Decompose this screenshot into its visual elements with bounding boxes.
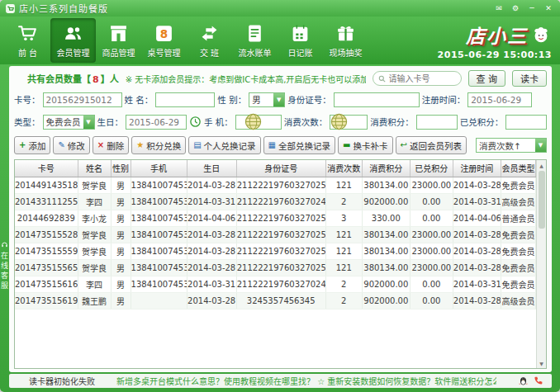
qq-service-icon[interactable]	[518, 375, 529, 386]
reg-time-input[interactable]	[467, 92, 532, 107]
table-cell: 902000.00	[362, 292, 410, 309]
back-to-list-button[interactable]: ↩返回会员列表	[396, 136, 467, 154]
scrollbar-thumb[interactable]	[539, 171, 545, 229]
col-phone[interactable]: 手机	[131, 160, 187, 177]
chevron-down-icon: ▼	[83, 116, 94, 129]
nav-product-management[interactable]: 商品管理	[96, 18, 141, 63]
nav-lottery[interactable]: 现场抽奖	[323, 18, 368, 63]
online-service-tag[interactable]: 在线客服	[0, 241, 9, 291]
points-exchange-button[interactable]: ★积分兑换	[131, 136, 186, 154]
table-cell: 2	[325, 292, 362, 309]
edit-button[interactable]: ✎修改	[53, 136, 89, 154]
table-row[interactable]: 201473515616李四男138410074532014-03-312112…	[15, 276, 536, 292]
name-input[interactable]	[155, 92, 215, 107]
table-cell: 121	[325, 226, 362, 243]
table-cell: 男	[111, 177, 131, 193]
gender-select[interactable]: 男 ▼	[249, 92, 285, 107]
member-type-select[interactable]: 免费会员 ▼	[43, 115, 95, 130]
table-cell: 李四	[78, 193, 111, 210]
scroll-up-icon[interactable]: ▲	[537, 160, 547, 170]
scroll-down-icon[interactable]: ▼	[537, 358, 547, 368]
nav-table-management[interactable]: 8 桌号管理	[141, 18, 187, 63]
table-row[interactable]: 20144692839李小龙男138410074532014-04-062112…	[15, 210, 536, 226]
table-cell: 23000.00	[410, 243, 453, 259]
id-card-input[interactable]	[334, 92, 420, 107]
table-cell: 2014-03-28	[187, 259, 236, 276]
settings-icon[interactable]: ⚙	[509, 2, 522, 14]
query-button[interactable]: 查 询	[468, 70, 506, 87]
table-cell: 贺学良	[78, 259, 111, 276]
col-birthday[interactable]: 生日	[187, 160, 236, 177]
replace-card-button[interactable]: ▬换卡补卡	[338, 136, 392, 154]
nav-daily-journal[interactable]: 日记账	[278, 18, 323, 63]
table-cell: 380134.00	[362, 243, 410, 259]
nav-front-desk[interactable]: 前 台	[5, 18, 50, 63]
member-table-container: 卡号 姓名 性别 手机 生日 身份证号 消费次数 消费积分 已兑积分 注册时间 …	[14, 159, 547, 369]
table-cell: 魏王鹏	[78, 292, 111, 309]
nav-shift-change[interactable]: 交 班	[187, 18, 232, 63]
table-cell: 2014-03-31	[187, 276, 236, 292]
table-cell: 高级会员	[501, 193, 535, 210]
table-cell: 201473515565	[15, 259, 78, 276]
personal-records-icon: ▤	[193, 141, 201, 149]
clock-icon[interactable]	[189, 116, 202, 128]
birthday-input[interactable]	[126, 115, 187, 130]
table-cell: 13841007453	[131, 210, 187, 226]
points-input[interactable]	[416, 115, 458, 130]
col-name[interactable]: 姓名	[78, 160, 111, 177]
gender-value: 男	[249, 93, 273, 106]
minimize-button[interactable]: ─	[525, 2, 539, 14]
nav-label: 商品管理	[102, 46, 135, 59]
col-reg-time[interactable]: 注册时间	[453, 160, 501, 177]
card-no-input[interactable]	[43, 92, 122, 107]
delete-button[interactable]: ×删除	[93, 136, 129, 154]
sort-value: 消费次数↑	[477, 139, 535, 152]
table-cell: 201473515528	[15, 226, 78, 243]
add-button[interactable]: +添加	[14, 136, 50, 154]
table-row[interactable]: 201473515559贺学良男138410074532014-03-28211…	[15, 243, 536, 259]
search-input[interactable]	[389, 74, 453, 83]
table-row[interactable]: 201473515528贺学良男138410074532014-03-28211…	[15, 226, 536, 243]
table-cell: 男	[111, 243, 131, 259]
col-consume-count[interactable]: 消费次数	[325, 160, 362, 177]
close-button[interactable]: ✕	[542, 2, 555, 14]
table-scrollbar[interactable]: ▲ ▼	[536, 160, 546, 368]
table-cell: 13841007453	[131, 276, 187, 292]
table-cell: 普通会员	[501, 210, 535, 226]
card-search-box[interactable]	[373, 71, 462, 86]
phone-label: 手 机：	[204, 116, 233, 128]
table-cell: 高级会员	[501, 292, 535, 309]
gender-label: 性 别：	[217, 93, 246, 106]
member-count-text: 共有会员数量【8】人	[27, 72, 119, 85]
table-number-icon: 8	[154, 23, 174, 44]
sort-select[interactable]: 消费次数↑ ▼	[476, 138, 547, 153]
consume-count-label: 消费次数：	[284, 116, 328, 128]
nav-transaction-bills[interactable]: 流水账单	[232, 18, 278, 63]
contact-phone-icon[interactable]	[533, 375, 543, 386]
titlebar: 店小三系列自助餐版 ✉ ⚙ ─ ✕	[0, 0, 560, 17]
col-gender[interactable]: 性别	[111, 160, 131, 177]
feedback-icon[interactable]: ✉	[492, 2, 505, 14]
table-row[interactable]: 201473515619魏王鹏男2014-03-2832453574563452…	[15, 292, 536, 309]
all-records-button[interactable]: ▦全部兑换记录	[263, 136, 335, 154]
redeemed-label: 已兑积分：	[460, 116, 504, 128]
table-row[interactable]: 201473515565贺学良男138410074532014-03-28211…	[15, 259, 536, 276]
table-cell: 201473515559	[15, 243, 78, 259]
table-cell: 2014-04-06	[453, 210, 501, 226]
action-toolbar: +添加 ✎修改 ×删除 ★积分兑换 ▤个人兑换记录 ▦全部兑换记录 ▬换卡补卡 …	[14, 134, 547, 157]
personal-records-button[interactable]: ▤个人兑换记录	[188, 136, 260, 154]
col-card-no[interactable]: 卡号	[15, 160, 78, 177]
table-cell: 2014-03-31	[453, 193, 501, 210]
col-points[interactable]: 消费积分	[362, 160, 410, 177]
table-cell: 380134.00	[362, 177, 410, 193]
read-card-button[interactable]: 读卡	[512, 70, 547, 87]
nav-member-management[interactable]: 会员管理	[50, 18, 96, 63]
table-cell: 贺学良	[78, 177, 111, 193]
table-row[interactable]: 201433111255李四男138410074532014-03-312112…	[15, 193, 536, 210]
table-cell: 211222197603270245	[236, 276, 325, 292]
col-redeemed[interactable]: 已兑积分	[410, 160, 453, 177]
table-row[interactable]: 201449143518贺学良男138410074532014-03-28211…	[15, 177, 536, 193]
redeemed-input[interactable]	[505, 115, 547, 130]
col-id-number[interactable]: 身份证号	[236, 160, 325, 177]
col-member-type[interactable]: 会员类型	[501, 160, 535, 177]
